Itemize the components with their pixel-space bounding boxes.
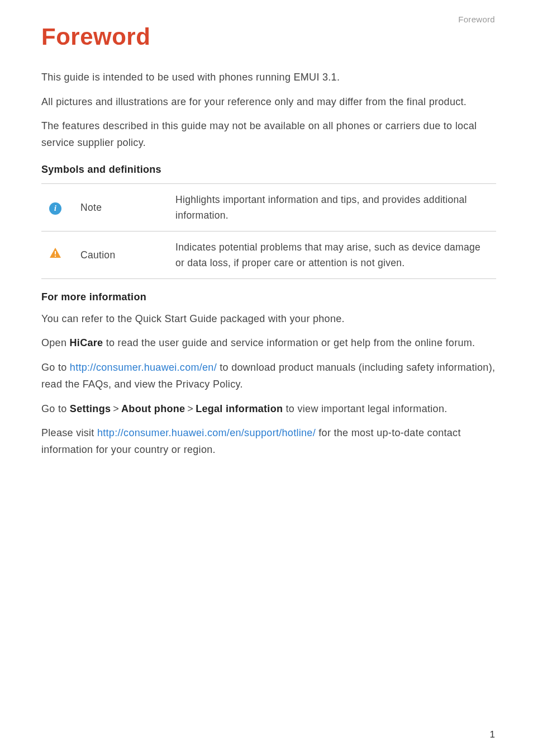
note-label: Note <box>75 183 170 231</box>
caution-icon-cell <box>41 231 75 278</box>
intro-paragraph-2: All pictures and illustrations are for y… <box>41 94 496 111</box>
breadcrumb-separator: > <box>111 403 121 414</box>
more-info-p2: Open HiCare to read the user guide and s… <box>41 335 496 352</box>
info-icon: i <box>49 202 61 215</box>
table-row: i Note Highlights important information … <box>41 183 496 231</box>
consumer-site-link[interactable]: http://consumer.huawei.com/en/ <box>70 362 217 373</box>
more-info-p1: You can refer to the Quick Start Guide p… <box>41 311 496 328</box>
text-fragment: Go to <box>41 362 70 373</box>
hotline-link[interactable]: http://consumer.huawei.com/en/support/ho… <box>97 427 316 438</box>
table-row: Caution Indicates potential problems tha… <box>41 231 496 278</box>
svg-rect-0 <box>55 251 56 254</box>
hicare-app-name: HiCare <box>70 337 103 348</box>
note-description: Highlights important information and tip… <box>170 183 496 231</box>
caution-icon <box>49 247 61 263</box>
note-icon-cell: i <box>41 183 75 231</box>
text-fragment: Go to <box>41 403 70 414</box>
symbols-table: i Note Highlights important information … <box>41 183 496 279</box>
symbols-heading: Symbols and definitions <box>41 164 496 176</box>
page-title: Foreword <box>41 23 496 50</box>
text-fragment: Please visit <box>41 427 97 438</box>
settings-label: Settings <box>70 403 111 414</box>
text-fragment: to view important legal information. <box>283 403 447 414</box>
breadcrumb-separator: > <box>185 403 196 414</box>
intro-paragraph-1: This guide is intended to be used with p… <box>41 69 496 86</box>
more-info-heading: For more information <box>41 291 496 303</box>
more-info-p4: Go to Settings>About phone>Legal informa… <box>41 401 496 418</box>
caution-description: Indicates potential problems that may ar… <box>170 231 496 278</box>
legal-info-label: Legal information <box>196 403 283 414</box>
more-info-p3: Go to http://consumer.huawei.com/en/ to … <box>41 360 496 393</box>
text-fragment: to read the user guide and service infor… <box>103 337 475 348</box>
text-fragment: Open <box>41 337 70 348</box>
more-info-p5: Please visit http://consumer.huawei.com/… <box>41 425 496 458</box>
page-number: 1 <box>490 729 495 740</box>
caution-label: Caution <box>75 231 170 278</box>
svg-rect-1 <box>55 256 56 257</box>
header-section-label: Foreword <box>458 15 495 24</box>
about-phone-label: About phone <box>121 403 185 414</box>
intro-paragraph-3: The features described in this guide may… <box>41 118 496 151</box>
